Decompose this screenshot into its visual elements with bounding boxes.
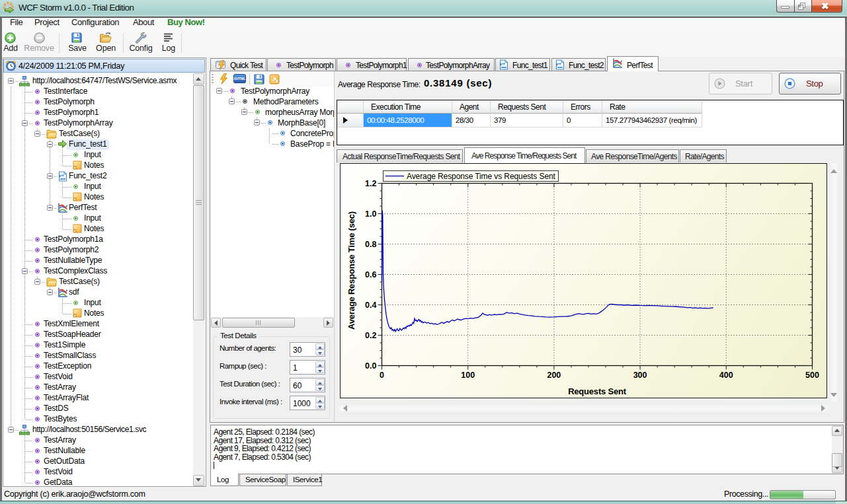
- svg-text:400: 400: [719, 370, 733, 379]
- svg-text:1.2: 1.2: [365, 178, 376, 188]
- svg-text:Average Response Time vs Reque: Average Response Time vs Requests Sent: [407, 172, 556, 181]
- svg-text:0.2: 0.2: [365, 330, 376, 340]
- svg-text:200: 200: [547, 370, 561, 379]
- svg-text:100: 100: [461, 370, 475, 379]
- svg-text:500: 500: [805, 370, 819, 379]
- svg-text:XHTML: XHTML: [234, 77, 246, 81]
- svg-text:Average Response Time (sec): Average Response Time (sec): [346, 211, 356, 330]
- svg-text:0.8: 0.8: [365, 239, 376, 248]
- svg-text:0.6: 0.6: [365, 270, 376, 279]
- svg-text:0.0: 0.0: [365, 361, 376, 370]
- svg-text:1.0: 1.0: [365, 209, 376, 218]
- svg-text:300: 300: [633, 370, 647, 379]
- svg-text:Requests Sent: Requests Sent: [568, 386, 627, 396]
- svg-text:0.4: 0.4: [365, 300, 376, 309]
- svg-text:0: 0: [380, 370, 384, 379]
